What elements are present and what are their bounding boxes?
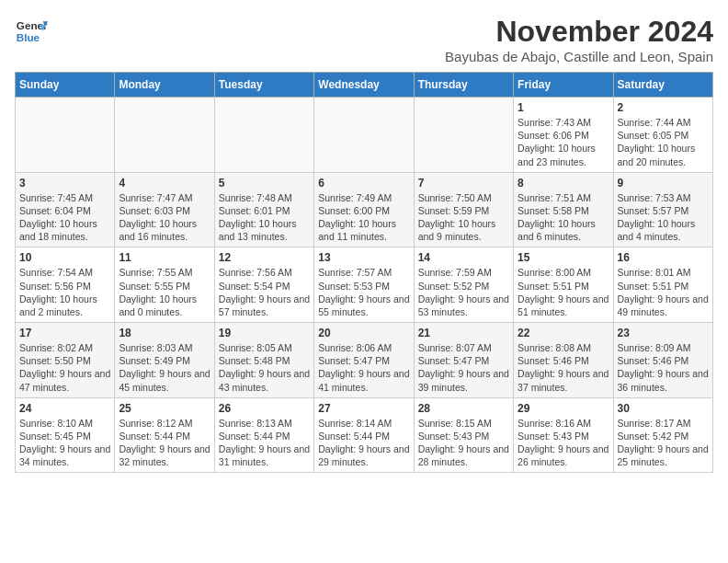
- day-info: Sunrise: 8:08 AM Sunset: 5:46 PM Dayligh…: [518, 341, 609, 394]
- day-number: 29: [518, 402, 609, 415]
- calendar-cell: 19Sunrise: 8:05 AM Sunset: 5:48 PM Dayli…: [214, 323, 313, 398]
- calendar-table: SundayMondayTuesdayWednesdayThursdayFrid…: [15, 72, 713, 473]
- day-number: 15: [518, 251, 609, 264]
- day-info: Sunrise: 7:53 AM Sunset: 5:57 PM Dayligh…: [618, 191, 709, 244]
- calendar-cell: 22Sunrise: 8:08 AM Sunset: 5:46 PM Dayli…: [514, 323, 613, 398]
- calendar-cell: 21Sunrise: 8:07 AM Sunset: 5:47 PM Dayli…: [414, 323, 513, 398]
- calendar-cell: 5Sunrise: 7:48 AM Sunset: 6:01 PM Daylig…: [214, 172, 313, 247]
- weekday-header-saturday: Saturday: [613, 73, 712, 98]
- day-number: 13: [318, 251, 409, 264]
- calendar-cell: [16, 98, 115, 173]
- day-info: Sunrise: 7:57 AM Sunset: 5:53 PM Dayligh…: [318, 266, 409, 318]
- day-info: Sunrise: 7:44 AM Sunset: 6:05 PM Dayligh…: [618, 116, 709, 168]
- title-area: November 2024 Bayubas de Abajo, Castille…: [445, 15, 713, 64]
- calendar-cell: 27Sunrise: 8:14 AM Sunset: 5:44 PM Dayli…: [314, 397, 414, 473]
- location-title: Bayubas de Abajo, Castille and Leon, Spa…: [445, 49, 713, 64]
- day-info: Sunrise: 8:16 AM Sunset: 5:43 PM Dayligh…: [518, 417, 609, 469]
- calendar-cell: 23Sunrise: 8:09 AM Sunset: 5:46 PM Dayli…: [613, 323, 712, 398]
- week-row-4: 24Sunrise: 8:10 AM Sunset: 5:45 PM Dayli…: [16, 397, 713, 473]
- day-number: 24: [19, 402, 110, 415]
- day-info: Sunrise: 8:06 AM Sunset: 5:47 PM Dayligh…: [318, 341, 409, 394]
- calendar-cell: 2Sunrise: 7:44 AM Sunset: 6:05 PM Daylig…: [613, 98, 712, 173]
- day-info: Sunrise: 7:59 AM Sunset: 5:52 PM Dayligh…: [418, 266, 509, 318]
- day-info: Sunrise: 8:00 AM Sunset: 5:51 PM Dayligh…: [518, 266, 609, 318]
- calendar-cell: 9Sunrise: 7:53 AM Sunset: 5:57 PM Daylig…: [613, 172, 712, 247]
- weekday-header-friday: Friday: [514, 73, 613, 98]
- week-row-3: 17Sunrise: 8:02 AM Sunset: 5:50 PM Dayli…: [16, 323, 713, 398]
- svg-text:Blue: Blue: [17, 31, 40, 43]
- week-row-2: 10Sunrise: 7:54 AM Sunset: 5:56 PM Dayli…: [16, 247, 713, 323]
- calendar-cell: 14Sunrise: 7:59 AM Sunset: 5:52 PM Dayli…: [414, 247, 513, 323]
- calendar-cell: 13Sunrise: 7:57 AM Sunset: 5:53 PM Dayli…: [314, 247, 414, 323]
- day-number: 3: [19, 177, 110, 190]
- calendar-cell: [214, 98, 313, 173]
- weekday-header-monday: Monday: [115, 73, 214, 98]
- calendar-cell: 11Sunrise: 7:55 AM Sunset: 5:55 PM Dayli…: [115, 247, 214, 323]
- day-number: 12: [219, 251, 310, 264]
- day-number: 4: [119, 177, 210, 190]
- day-number: 1: [518, 101, 609, 114]
- calendar-cell: 8Sunrise: 7:51 AM Sunset: 5:58 PM Daylig…: [514, 172, 613, 247]
- calendar-cell: 10Sunrise: 7:54 AM Sunset: 5:56 PM Dayli…: [16, 247, 115, 323]
- day-number: 19: [219, 327, 310, 339]
- day-number: 6: [318, 177, 409, 190]
- day-info: Sunrise: 7:54 AM Sunset: 5:56 PM Dayligh…: [19, 266, 110, 318]
- calendar-cell: 24Sunrise: 8:10 AM Sunset: 5:45 PM Dayli…: [16, 397, 115, 473]
- week-row-0: 1Sunrise: 7:43 AM Sunset: 6:06 PM Daylig…: [16, 98, 713, 173]
- day-info: Sunrise: 8:12 AM Sunset: 5:44 PM Dayligh…: [119, 417, 210, 469]
- calendar-cell: 25Sunrise: 8:12 AM Sunset: 5:44 PM Dayli…: [115, 397, 214, 473]
- weekday-header-thursday: Thursday: [414, 73, 513, 98]
- day-info: Sunrise: 7:51 AM Sunset: 5:58 PM Dayligh…: [518, 191, 609, 244]
- logo-icon: General Blue: [15, 15, 48, 48]
- weekday-header-tuesday: Tuesday: [214, 73, 313, 98]
- day-number: 28: [418, 402, 509, 415]
- day-info: Sunrise: 8:02 AM Sunset: 5:50 PM Dayligh…: [19, 341, 110, 394]
- day-info: Sunrise: 7:47 AM Sunset: 6:03 PM Dayligh…: [119, 191, 210, 244]
- calendar-cell: [115, 98, 214, 173]
- day-info: Sunrise: 8:01 AM Sunset: 5:51 PM Dayligh…: [618, 266, 709, 318]
- calendar-cell: 18Sunrise: 8:03 AM Sunset: 5:49 PM Dayli…: [115, 323, 214, 398]
- calendar-cell: 1Sunrise: 7:43 AM Sunset: 6:06 PM Daylig…: [514, 98, 613, 173]
- calendar-cell: 30Sunrise: 8:17 AM Sunset: 5:42 PM Dayli…: [613, 397, 712, 473]
- calendar-cell: [314, 98, 414, 173]
- logo: General Blue: [15, 15, 48, 48]
- day-number: 11: [119, 251, 210, 264]
- day-number: 5: [219, 177, 310, 190]
- day-number: 25: [119, 402, 210, 415]
- day-number: 17: [19, 327, 110, 339]
- day-number: 2: [618, 101, 709, 114]
- calendar-cell: 17Sunrise: 8:02 AM Sunset: 5:50 PM Dayli…: [16, 323, 115, 398]
- day-info: Sunrise: 7:43 AM Sunset: 6:06 PM Dayligh…: [518, 116, 609, 168]
- day-number: 16: [618, 251, 709, 264]
- calendar-cell: 20Sunrise: 8:06 AM Sunset: 5:47 PM Dayli…: [314, 323, 414, 398]
- day-number: 9: [618, 177, 709, 190]
- day-number: 8: [518, 177, 609, 190]
- day-number: 7: [418, 177, 509, 190]
- day-number: 30: [618, 402, 709, 415]
- calendar-cell: 26Sunrise: 8:13 AM Sunset: 5:44 PM Dayli…: [214, 397, 313, 473]
- day-info: Sunrise: 7:48 AM Sunset: 6:01 PM Dayligh…: [219, 191, 310, 244]
- weekday-header-sunday: Sunday: [16, 73, 115, 98]
- day-info: Sunrise: 8:14 AM Sunset: 5:44 PM Dayligh…: [318, 417, 409, 469]
- day-info: Sunrise: 8:13 AM Sunset: 5:44 PM Dayligh…: [219, 417, 310, 469]
- calendar-cell: 7Sunrise: 7:50 AM Sunset: 5:59 PM Daylig…: [414, 172, 513, 247]
- day-info: Sunrise: 7:56 AM Sunset: 5:54 PM Dayligh…: [219, 266, 310, 318]
- calendar-cell: 15Sunrise: 8:00 AM Sunset: 5:51 PM Dayli…: [514, 247, 613, 323]
- day-number: 10: [19, 251, 110, 264]
- calendar-cell: 29Sunrise: 8:16 AM Sunset: 5:43 PM Dayli…: [514, 397, 613, 473]
- day-info: Sunrise: 7:45 AM Sunset: 6:04 PM Dayligh…: [19, 191, 110, 244]
- day-info: Sunrise: 8:09 AM Sunset: 5:46 PM Dayligh…: [618, 341, 709, 394]
- day-number: 23: [618, 327, 709, 339]
- day-info: Sunrise: 8:07 AM Sunset: 5:47 PM Dayligh…: [418, 341, 509, 394]
- week-row-1: 3Sunrise: 7:45 AM Sunset: 6:04 PM Daylig…: [16, 172, 713, 247]
- day-number: 18: [119, 327, 210, 339]
- day-info: Sunrise: 8:10 AM Sunset: 5:45 PM Dayligh…: [19, 417, 110, 469]
- month-title: November 2024: [445, 15, 713, 49]
- day-number: 21: [418, 327, 509, 339]
- day-number: 26: [219, 402, 310, 415]
- calendar-cell: 12Sunrise: 7:56 AM Sunset: 5:54 PM Dayli…: [214, 247, 313, 323]
- day-number: 22: [518, 327, 609, 339]
- calendar-cell: 16Sunrise: 8:01 AM Sunset: 5:51 PM Dayli…: [613, 247, 712, 323]
- calendar-cell: 3Sunrise: 7:45 AM Sunset: 6:04 PM Daylig…: [16, 172, 115, 247]
- weekday-header-row: SundayMondayTuesdayWednesdayThursdayFrid…: [16, 73, 713, 98]
